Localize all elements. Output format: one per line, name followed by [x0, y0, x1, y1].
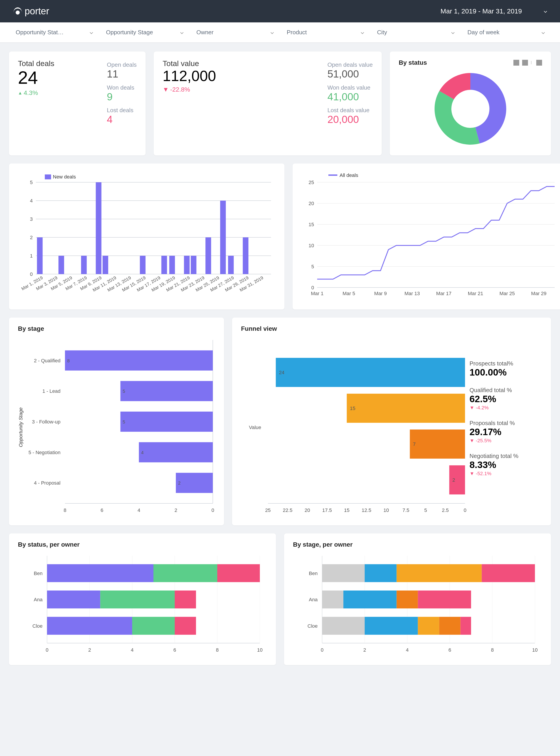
svg-text:5: 5 — [424, 507, 427, 513]
filter-bar: Opportunity Stat…Opportunity StageOwnerP… — [0, 22, 560, 43]
kpi-delta: ▼ -22.8% — [163, 86, 216, 93]
svg-text:25: 25 — [265, 507, 271, 513]
filter-dropdown[interactable]: City — [370, 29, 461, 36]
chevron-down-icon — [271, 31, 274, 34]
legend-swatch — [514, 60, 519, 66]
brand-name: porter — [25, 6, 49, 17]
filter-dropdown[interactable]: Opportunity Stat… — [9, 29, 99, 36]
svg-text:6: 6 — [173, 647, 176, 653]
card-by-status: By status | — [390, 52, 551, 156]
svg-rect-127 — [154, 564, 217, 582]
filter-dropdown[interactable]: Opportunity Stage — [99, 29, 189, 36]
svg-text:8: 8 — [491, 647, 494, 653]
svg-text:17.5: 17.5 — [322, 507, 332, 513]
filter-dropdown[interactable]: Day of week — [461, 29, 551, 36]
filter-label: Owner — [197, 29, 214, 36]
svg-text:2 - Qualified: 2 - Qualified — [34, 358, 60, 364]
svg-text:2: 2 — [453, 477, 455, 483]
kpi-sub-value: 9 — [107, 91, 137, 103]
svg-text:2: 2 — [363, 647, 366, 653]
porter-logo-icon — [14, 7, 22, 16]
svg-text:Ben: Ben — [34, 571, 43, 576]
svg-text:2.5: 2.5 — [442, 507, 449, 513]
date-range-picker[interactable]: Mar 1, 2019 - Mar 31, 2019 — [440, 7, 546, 15]
kpi-value: 112,000 — [163, 68, 216, 84]
svg-text:6: 6 — [448, 647, 451, 653]
app-header: porter Mar 1, 2019 - Mar 31, 2019 — [0, 0, 560, 22]
svg-text:20: 20 — [305, 507, 310, 513]
svg-text:4: 4 — [131, 647, 134, 653]
svg-text:12.5: 12.5 — [362, 507, 372, 513]
filter-label: Opportunity Stat… — [16, 29, 64, 36]
svg-text:0: 0 — [212, 507, 214, 513]
svg-rect-131 — [100, 591, 175, 609]
svg-text:8: 8 — [67, 358, 70, 363]
filter-label: Opportunity Stage — [106, 29, 153, 36]
svg-rect-0 — [45, 175, 51, 179]
svg-text:0: 0 — [312, 285, 314, 290]
svg-rect-162 — [322, 617, 365, 635]
card-title: Funnel view — [241, 325, 542, 332]
kpi-sub-value: 51,000 — [327, 68, 373, 80]
svg-rect-134 — [47, 617, 132, 635]
svg-rect-27 — [140, 256, 145, 274]
chevron-down-icon — [542, 31, 545, 34]
svg-text:0: 0 — [46, 647, 48, 653]
funnel-chart: 2522.52017.51512.5107.552.50241572Value — [241, 338, 467, 517]
svg-text:5: 5 — [123, 420, 125, 424]
svg-rect-109 — [449, 465, 465, 494]
svg-rect-36 — [205, 237, 211, 274]
svg-text:10: 10 — [532, 647, 538, 653]
svg-text:Ana: Ana — [34, 597, 43, 602]
svg-text:Mar 5: Mar 5 — [342, 291, 355, 296]
filter-dropdown[interactable]: Owner — [190, 29, 280, 36]
svg-rect-152 — [322, 564, 365, 582]
funnel-metric: Proposals total %29.17%▼-25.5% — [469, 420, 541, 444]
funnel-metric: Qualified total %62.5%▼-4.2% — [469, 387, 541, 411]
svg-text:2: 2 — [88, 647, 91, 653]
legend-swatch — [522, 60, 528, 66]
filter-dropdown[interactable]: Product — [280, 29, 370, 36]
kpi-sub-value: 4 — [107, 114, 137, 125]
stage-owner-stacked-chart: 0246810BenAnaCloe — [293, 554, 539, 657]
svg-text:15: 15 — [309, 222, 314, 227]
svg-rect-38 — [220, 201, 226, 274]
svg-text:7: 7 — [413, 442, 416, 447]
card-status-owner: By status, per owner 0246810BenAnaCloe — [9, 533, 276, 665]
svg-text:25: 25 — [309, 180, 314, 185]
svg-text:Value: Value — [249, 425, 261, 430]
svg-text:Mar 21: Mar 21 — [468, 291, 483, 296]
svg-rect-135 — [132, 617, 175, 635]
legend-swatch — [536, 60, 542, 66]
svg-text:Mar 29: Mar 29 — [531, 291, 546, 296]
svg-text:2: 2 — [175, 507, 177, 513]
svg-text:Mar 9: Mar 9 — [374, 291, 387, 296]
brand-logo: porter — [14, 6, 49, 17]
date-range-label: Mar 1, 2019 - Mar 31, 2019 — [440, 7, 522, 15]
svg-rect-163 — [365, 617, 418, 635]
svg-text:8: 8 — [216, 647, 219, 653]
svg-text:Ben: Ben — [309, 571, 318, 576]
svg-text:10: 10 — [257, 647, 262, 653]
svg-text:0: 0 — [30, 271, 33, 277]
svg-rect-22 — [96, 182, 101, 274]
svg-rect-153 — [365, 564, 397, 582]
svg-text:1 - Lead: 1 - Lead — [42, 388, 60, 394]
svg-rect-159 — [397, 591, 418, 609]
kpi-sub-label: Won deals — [107, 84, 137, 91]
chevron-down-icon — [544, 9, 547, 13]
svg-text:All deals: All deals — [340, 172, 358, 178]
svg-text:4 - Proposal: 4 - Proposal — [34, 480, 60, 486]
svg-rect-132 — [175, 591, 196, 609]
funnel-metric: Negotiating total %8.33%▼-52.1% — [469, 453, 541, 476]
svg-text:Mar 1: Mar 1 — [311, 291, 323, 296]
by-stage-hbar-chart: 8642082 - Qualified51 - Lead53 - Follow-… — [18, 338, 215, 517]
card-title: By stage, per owner — [293, 541, 542, 548]
svg-text:4: 4 — [30, 198, 33, 204]
card-title: By status — [399, 59, 427, 66]
svg-text:Mar 17: Mar 17 — [436, 291, 452, 296]
svg-text:10: 10 — [309, 243, 314, 248]
svg-text:0: 0 — [464, 507, 466, 513]
svg-rect-40 — [228, 256, 234, 274]
kpi-title: Total deals — [18, 59, 55, 68]
